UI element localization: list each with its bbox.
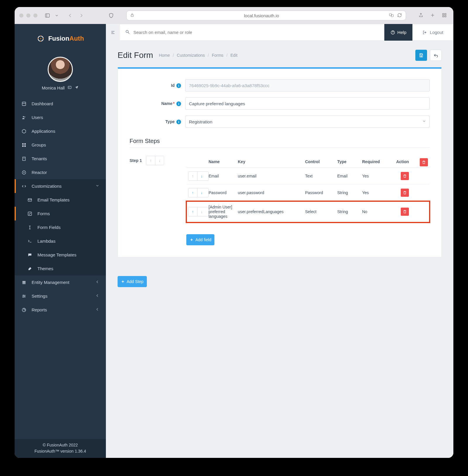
step-move-up-button[interactable]: ↑ — [146, 156, 155, 165]
svg-point-48 — [393, 33, 393, 33]
search-bar — [120, 24, 384, 41]
search-input[interactable] — [133, 30, 379, 35]
nav-back-icon[interactable] — [67, 13, 73, 18]
svg-rect-34 — [23, 282, 26, 283]
row-move-down-button[interactable]: ↓ — [197, 188, 206, 197]
logout-button[interactable]: Logout — [412, 24, 453, 41]
sidebar-item-groups[interactable]: Groups — [15, 138, 106, 152]
new-tab-icon[interactable] — [430, 13, 435, 19]
share-icon[interactable] — [418, 13, 424, 19]
id-field — [185, 79, 430, 92]
sidebar-item-entity-management[interactable]: Entity Management — [15, 275, 106, 289]
crumb-customizations[interactable]: Customizations — [177, 53, 205, 58]
sidebar-toggle-icon[interactable] — [44, 13, 50, 18]
cursor-icon — [27, 225, 33, 230]
sidebar-item-email-templates[interactable]: Email Templates — [15, 193, 106, 207]
svg-point-28 — [23, 172, 24, 173]
svg-point-40 — [24, 296, 25, 296]
sidebar-nav: Dashboard Users Applications Groups Tena… — [15, 97, 106, 439]
add-field-button[interactable]: Add field — [186, 234, 214, 245]
type-select[interactable]: Registration — [185, 115, 430, 128]
check-icon — [27, 211, 33, 216]
col-type: Type — [337, 159, 362, 164]
nav-forward-icon[interactable] — [78, 13, 84, 18]
col-control: Control — [305, 159, 337, 164]
svg-rect-22 — [24, 143, 26, 145]
svg-point-45 — [126, 30, 128, 33]
svg-rect-6 — [445, 13, 446, 15]
sidebar-item-lambdas[interactable]: Lambdas — [15, 234, 106, 248]
reactor-icon — [21, 170, 27, 175]
cell-key: user.email — [238, 174, 305, 178]
info-icon[interactable]: i — [176, 101, 181, 106]
row-move-up-button[interactable]: ↑ — [188, 172, 197, 180]
col-required: Required — [362, 159, 391, 164]
svg-rect-33 — [23, 281, 26, 282]
type-label: Typei — [130, 119, 185, 124]
col-action: Action — [396, 159, 409, 164]
help-button[interactable]: Help — [384, 24, 412, 41]
traffic-max[interactable] — [33, 13, 37, 18]
brand: FusionAuth — [15, 24, 106, 53]
row-move-down-button[interactable]: ↓ — [197, 207, 206, 216]
id-label: Idi — [130, 83, 185, 88]
delete-row-button[interactable] — [401, 189, 409, 197]
svg-rect-21 — [22, 143, 24, 145]
browser-window: local.fusionauth.io FusionAuth Monica Ha… — [15, 7, 453, 458]
traffic-close[interactable] — [19, 13, 23, 18]
reload-icon[interactable] — [397, 13, 402, 19]
crumb-forms[interactable]: Forms — [212, 53, 223, 58]
step-1-label: Step 1 — [130, 158, 142, 163]
crumb-edit: Edit — [230, 53, 238, 58]
row-move-up-button[interactable]: ↑ — [188, 188, 197, 197]
back-button[interactable] — [430, 50, 442, 61]
step-reorder: ↑ ↓ — [146, 156, 164, 165]
chevron-down-icon[interactable] — [54, 13, 60, 18]
sidebar-item-reactor[interactable]: Reactor — [15, 165, 106, 179]
sidebar-item-forms[interactable]: Forms — [15, 207, 106, 220]
delete-row-button[interactable] — [401, 208, 409, 216]
sidebar-item-applications[interactable]: Applications — [15, 124, 106, 138]
crumb-home[interactable]: Home — [159, 53, 170, 58]
info-icon[interactable]: i — [176, 83, 181, 88]
tabs-icon[interactable] — [442, 13, 447, 19]
traffic-min[interactable] — [26, 13, 30, 18]
sidebar-item-customizations[interactable]: Customizations — [15, 179, 106, 193]
cell-required: Yes — [362, 190, 391, 195]
name-field[interactable] — [185, 97, 430, 110]
delete-step-button[interactable] — [420, 158, 428, 166]
sidebar-item-message-templates[interactable]: Message Templates — [15, 248, 106, 262]
sidebar-item-dashboard[interactable]: Dashboard — [15, 97, 106, 111]
collapse-sidebar-button[interactable] — [106, 24, 120, 41]
info-icon[interactable]: i — [176, 120, 181, 124]
add-step-button[interactable]: Add Step — [118, 276, 147, 287]
save-button[interactable] — [415, 50, 427, 61]
delete-row-button[interactable] — [401, 172, 409, 180]
avatar[interactable] — [48, 57, 73, 82]
sidebar-item-settings[interactable]: Settings — [15, 289, 106, 303]
sidebar-item-themes[interactable]: Themes — [15, 262, 106, 275]
table-row-highlighted: ↑↓ [Admin User] preferred languages user… — [186, 201, 430, 223]
page-title: Edit Form — [118, 51, 153, 60]
chevron-left-icon — [95, 307, 99, 312]
row-move-up-button[interactable]: ↑ — [188, 207, 197, 216]
location-icon[interactable] — [75, 85, 79, 90]
sidebar-item-users[interactable]: Users — [15, 111, 106, 124]
brand-logo-icon — [37, 35, 45, 43]
step-block-1: Step 1 ↑ ↓ Name Key Control — [130, 156, 430, 245]
id-card-icon[interactable] — [68, 85, 72, 90]
cell-name: Password — [209, 190, 238, 195]
cell-type: String — [337, 209, 362, 214]
shield-icon[interactable] — [108, 13, 114, 18]
cell-control: Select — [305, 209, 337, 214]
sidebar-item-reports[interactable]: Reports — [15, 303, 106, 317]
row-move-down-button[interactable]: ↓ — [197, 172, 206, 180]
step-move-down-button[interactable]: ↓ — [155, 156, 164, 165]
svg-point-13 — [40, 36, 41, 37]
address-bar[interactable]: local.fusionauth.io — [126, 11, 406, 20]
sidebar-item-form-fields[interactable]: Form Fields — [15, 220, 106, 234]
sidebar-item-tenants[interactable]: Tenants — [15, 152, 106, 165]
applications-icon — [21, 129, 27, 134]
translate-icon[interactable] — [389, 13, 394, 19]
terminal-icon — [27, 239, 33, 244]
